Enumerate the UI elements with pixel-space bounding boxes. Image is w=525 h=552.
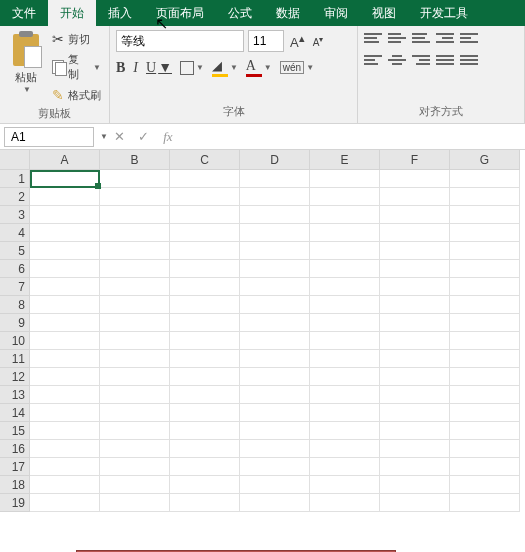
cell[interactable] xyxy=(380,188,450,206)
cell[interactable] xyxy=(30,188,100,206)
cell[interactable] xyxy=(380,386,450,404)
row-header[interactable]: 2 xyxy=(0,188,30,206)
row-header[interactable]: 18 xyxy=(0,476,30,494)
increase-font-button[interactable]: A▴ xyxy=(288,32,307,50)
cell[interactable] xyxy=(450,440,520,458)
cell[interactable] xyxy=(310,242,380,260)
cell[interactable] xyxy=(30,170,100,188)
cell[interactable] xyxy=(170,440,240,458)
paste-button[interactable]: 粘贴 ▼ xyxy=(6,30,46,96)
cell[interactable] xyxy=(30,404,100,422)
tab-formulas[interactable]: 公式 xyxy=(216,0,264,26)
cell[interactable] xyxy=(100,494,170,512)
cell[interactable] xyxy=(240,188,310,206)
font-color-button[interactable]: A▼ xyxy=(246,58,272,77)
cell[interactable] xyxy=(240,206,310,224)
border-button[interactable]: ▼ xyxy=(180,61,204,75)
cell[interactable] xyxy=(450,206,520,224)
cell[interactable] xyxy=(240,440,310,458)
row-header[interactable]: 9 xyxy=(0,314,30,332)
cell[interactable] xyxy=(30,332,100,350)
cell[interactable] xyxy=(310,188,380,206)
cell[interactable] xyxy=(240,170,310,188)
tab-insert[interactable]: 插入 xyxy=(96,0,144,26)
cell[interactable] xyxy=(170,368,240,386)
cell[interactable] xyxy=(450,260,520,278)
cell[interactable] xyxy=(240,494,310,512)
cell[interactable] xyxy=(100,170,170,188)
cell[interactable] xyxy=(170,386,240,404)
cell[interactable] xyxy=(310,260,380,278)
cell[interactable] xyxy=(450,350,520,368)
column-header[interactable]: C xyxy=(170,150,240,170)
indent-left-button[interactable] xyxy=(436,52,454,68)
cell[interactable] xyxy=(170,422,240,440)
cell[interactable] xyxy=(450,476,520,494)
cell[interactable] xyxy=(380,242,450,260)
fill-color-button[interactable]: ◢▼ xyxy=(212,58,238,77)
cell[interactable] xyxy=(30,314,100,332)
cell[interactable] xyxy=(240,260,310,278)
tab-data[interactable]: 数据 xyxy=(264,0,312,26)
cell[interactable] xyxy=(450,224,520,242)
indent-right-button[interactable] xyxy=(460,52,478,68)
row-header[interactable]: 13 xyxy=(0,386,30,404)
cell[interactable] xyxy=(310,332,380,350)
tab-home[interactable]: 开始 xyxy=(48,0,96,26)
align-center-button[interactable] xyxy=(388,52,406,68)
name-box-dropdown-icon[interactable]: ▼ xyxy=(100,132,108,141)
cell[interactable] xyxy=(450,332,520,350)
cell[interactable] xyxy=(240,476,310,494)
cell[interactable] xyxy=(170,296,240,314)
cell[interactable] xyxy=(100,188,170,206)
cell[interactable] xyxy=(380,260,450,278)
cell[interactable] xyxy=(170,404,240,422)
cell[interactable] xyxy=(240,278,310,296)
cell[interactable] xyxy=(380,224,450,242)
cell[interactable] xyxy=(240,296,310,314)
increase-indent-button[interactable] xyxy=(460,30,478,46)
cell[interactable] xyxy=(30,206,100,224)
tab-page-layout[interactable]: 页面布局 xyxy=(144,0,216,26)
cell[interactable] xyxy=(30,224,100,242)
formula-input[interactable] xyxy=(180,128,525,146)
cell[interactable] xyxy=(310,494,380,512)
cell[interactable] xyxy=(450,494,520,512)
cell[interactable] xyxy=(240,386,310,404)
row-header[interactable]: 10 xyxy=(0,332,30,350)
cell[interactable] xyxy=(30,242,100,260)
column-header[interactable]: D xyxy=(240,150,310,170)
column-header[interactable]: F xyxy=(380,150,450,170)
column-header[interactable]: G xyxy=(450,150,520,170)
cell[interactable] xyxy=(310,224,380,242)
align-bottom-button[interactable] xyxy=(412,30,430,46)
decrease-indent-button[interactable] xyxy=(436,30,454,46)
cell[interactable] xyxy=(380,476,450,494)
cell[interactable] xyxy=(310,386,380,404)
cell[interactable] xyxy=(380,458,450,476)
cell[interactable] xyxy=(100,296,170,314)
cell[interactable] xyxy=(100,368,170,386)
tab-file[interactable]: 文件 xyxy=(0,0,48,26)
row-header[interactable]: 4 xyxy=(0,224,30,242)
cell[interactable] xyxy=(30,386,100,404)
decrease-font-button[interactable]: A▾ xyxy=(311,34,326,48)
cell[interactable] xyxy=(30,278,100,296)
cell[interactable] xyxy=(240,404,310,422)
cell[interactable] xyxy=(100,440,170,458)
row-header[interactable]: 7 xyxy=(0,278,30,296)
row-header[interactable]: 11 xyxy=(0,350,30,368)
cell[interactable] xyxy=(30,440,100,458)
cell[interactable] xyxy=(380,332,450,350)
cell[interactable] xyxy=(170,332,240,350)
cell[interactable] xyxy=(310,170,380,188)
cell[interactable] xyxy=(310,296,380,314)
cell[interactable] xyxy=(240,242,310,260)
cell[interactable] xyxy=(100,224,170,242)
name-box[interactable] xyxy=(4,127,94,147)
cell[interactable] xyxy=(450,242,520,260)
column-header[interactable]: A xyxy=(30,150,100,170)
cell[interactable] xyxy=(380,206,450,224)
cell[interactable] xyxy=(100,404,170,422)
cell[interactable] xyxy=(100,206,170,224)
